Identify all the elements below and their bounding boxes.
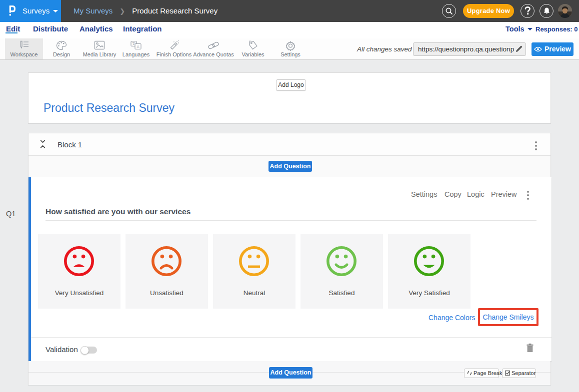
svg-text:文: 文 (132, 41, 136, 45)
svg-text:A: A (136, 44, 140, 49)
